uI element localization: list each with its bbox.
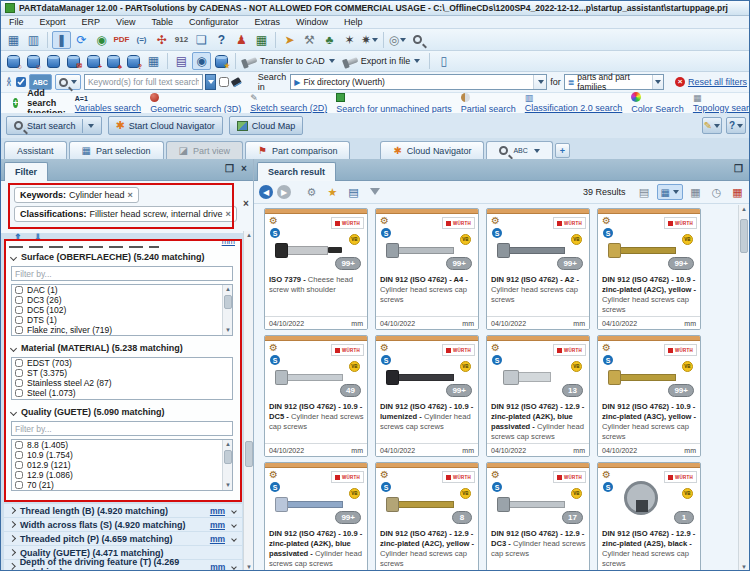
keyword-search-input[interactable] bbox=[84, 74, 203, 90]
list-item[interactable]: 10.9 (1.754) bbox=[12, 450, 232, 460]
tab-part-selection[interactable]: ▦Part selection bbox=[69, 141, 164, 159]
list-item[interactable]: EDST (703) bbox=[12, 358, 232, 368]
menu-erp[interactable]: ERP bbox=[74, 17, 109, 27]
threaded-pitch-filter-row[interactable]: Threaded pitch (P) (4.659 matching)mm bbox=[4, 532, 242, 545]
formula-icon[interactable]: (=) bbox=[132, 31, 151, 49]
target-globe-icon[interactable]: ◉ bbox=[192, 52, 211, 70]
quality-filter-input[interactable] bbox=[11, 421, 233, 436]
classifications-filter-chip[interactable]: Classifications:Fillister head screw, in… bbox=[14, 206, 237, 222]
variables-search-link[interactable]: A=1 Variables search bbox=[75, 93, 141, 113]
list-item[interactable]: DC3 (26) bbox=[12, 295, 232, 305]
color-search-link[interactable]: Color Search bbox=[631, 92, 684, 114]
unit-link[interactable]: mm bbox=[210, 534, 225, 544]
result-card[interactable]: ⚙ S WÜRTH VB 49 DIN 912 (ISO 4762) - 10.… bbox=[264, 335, 368, 457]
filter-tab[interactable]: Filter bbox=[4, 162, 48, 181]
result-settings-gear-icon[interactable]: ⚙ bbox=[303, 186, 320, 199]
unit-link[interactable]: mm bbox=[210, 520, 225, 530]
remove-keywords-icon[interactable]: × bbox=[128, 190, 133, 200]
unit-link[interactable]: mm bbox=[210, 562, 225, 571]
menu-window[interactable]: Window bbox=[288, 17, 336, 27]
start-cloud-navigator-button[interactable]: ✱Start Cloud Navigator bbox=[108, 116, 223, 135]
tab-part-comparison[interactable]: ⚑Part comparison bbox=[245, 141, 351, 159]
save-search-icon[interactable]: ▤ bbox=[345, 186, 362, 199]
result-card[interactable]: ⚙ S WÜRTH VB 99+ DIN 912 (ISO 4762) - 10… bbox=[597, 208, 701, 330]
erp-window-icon[interactable]: ▦ bbox=[4, 31, 23, 49]
search-result-tab[interactable]: Search result bbox=[257, 162, 336, 181]
partial-search-link[interactable]: Partial search bbox=[461, 93, 516, 114]
help-icon[interactable]: ? bbox=[212, 31, 231, 49]
db-favorite-icon[interactable]: ★ bbox=[212, 52, 231, 70]
db-add-icon[interactable]: + bbox=[84, 52, 103, 70]
quality-section-header[interactable]: Quality (GUETE) (5.090 matching) bbox=[11, 407, 165, 417]
keyword-dropdown[interactable] bbox=[205, 74, 216, 90]
result-card[interactable]: ⚙ S WÜRTH VB 99+ DIN 912 (ISO 4762) - 10… bbox=[264, 462, 368, 571]
menu-view[interactable]: View bbox=[108, 17, 143, 27]
history-icon[interactable]: ◷ bbox=[708, 186, 725, 199]
search-in-combobox[interactable]: ▶ Fix directory (Wuerth) bbox=[290, 74, 547, 90]
user-settings-button[interactable]: ✎ bbox=[702, 117, 722, 134]
zoom-tool-icon[interactable] bbox=[408, 31, 427, 49]
db-mail-icon[interactable]: ✉ bbox=[64, 52, 83, 70]
tab-search-abc[interactable]: ABC bbox=[486, 141, 552, 159]
tile-view-button[interactable]: ▦ bbox=[657, 184, 683, 200]
add-favorite-icon[interactable]: ★ bbox=[324, 186, 341, 199]
list-item[interactable]: ST (3.375) bbox=[12, 368, 232, 378]
delete-filter-icon[interactable] bbox=[366, 187, 383, 197]
menu-table[interactable]: Table bbox=[143, 17, 181, 27]
db-icon[interactable] bbox=[44, 52, 63, 70]
reset-all-filters-link[interactable]: × Reset all filters bbox=[675, 77, 747, 87]
unit-link[interactable]: mm bbox=[210, 506, 225, 516]
search-for-combobox[interactable]: ≣ parts and part families bbox=[564, 74, 664, 90]
list-view-icon[interactable]: ▤ bbox=[636, 186, 653, 199]
fulltext-checkbox[interactable] bbox=[16, 77, 26, 87]
driving-feature-depth-filter-row[interactable]: Depth of the driving feature (T) (4.269 … bbox=[4, 560, 242, 571]
assembly-tree-icon[interactable]: ♣ bbox=[320, 31, 339, 49]
list-item[interactable]: DAC (1) bbox=[12, 285, 232, 295]
transfer-to-cad-button[interactable]: Transfer to CAD bbox=[240, 52, 340, 70]
std-parts-icon[interactable]: ▥ bbox=[24, 31, 43, 49]
result-card[interactable]: ⚙ S WÜRTH VB 13 DIN 912 (ISO 4762) - 12.… bbox=[486, 335, 590, 457]
maximize-panel-icon[interactable]: ❐ bbox=[225, 164, 234, 174]
remove-classifications-icon[interactable]: × bbox=[226, 209, 231, 219]
effects-icon[interactable]: ✶ bbox=[340, 31, 359, 49]
effects-more-icon[interactable]: ✷ bbox=[360, 31, 379, 49]
menu-extras[interactable]: Extras bbox=[246, 17, 288, 27]
list-item[interactable]: 70 (21) bbox=[12, 480, 232, 490]
db-query-icon[interactable]: ? bbox=[124, 52, 143, 70]
din-standard-icon[interactable]: 912 bbox=[172, 31, 191, 49]
forward-button[interactable]: ▶ bbox=[277, 185, 291, 199]
close-panel-icon[interactable]: × bbox=[241, 164, 247, 174]
menu-help[interactable]: Help bbox=[336, 17, 371, 27]
maximize-result-panel-icon[interactable]: ❐ bbox=[734, 164, 743, 174]
clear-filters-icon[interactable]: × bbox=[243, 199, 249, 209]
result-card[interactable]: ⚙ S WÜRTH VB 99+ DIN 912 (ISO 4762) - A4… bbox=[375, 208, 479, 330]
menu-export[interactable]: Export bbox=[32, 17, 74, 27]
surface-filter-input[interactable] bbox=[11, 266, 233, 281]
width-across-flats-filter-row[interactable]: Width across flats (S) (4.920 matching)m… bbox=[4, 518, 242, 531]
report-icon[interactable]: ❏ bbox=[192, 31, 211, 49]
3d-preview-icon[interactable]: ➤ bbox=[280, 31, 299, 49]
list-item[interactable]: Flake zinc, silver (719) bbox=[12, 325, 232, 335]
list-item[interactable]: Stainless steel A2 (87) bbox=[12, 378, 232, 388]
help-dropdown-button[interactable]: ? bbox=[726, 117, 746, 134]
surface-list-scrollbar[interactable]: ▲▼ bbox=[222, 285, 232, 335]
menu-configurator[interactable]: Configurator bbox=[181, 17, 247, 27]
tab-part-view[interactable]: ◪Part view bbox=[166, 141, 243, 159]
parts-list-toggle-icon[interactable]: ❚ bbox=[52, 31, 71, 49]
result-card[interactable]: ⚙ S WÜRTH VB 99+ DIN 912 (ISO 4762) - A2… bbox=[486, 208, 590, 330]
keywords-filter-chip[interactable]: Keywords:Cylinder head× bbox=[14, 187, 139, 203]
side-panel-icon[interactable]: ▯ bbox=[434, 52, 453, 70]
compare-table-icon[interactable]: ▦ bbox=[729, 186, 746, 199]
cloud-map-button[interactable]: Cloud Map bbox=[229, 116, 304, 135]
table-view-icon[interactable]: ▦ bbox=[687, 186, 704, 199]
result-card[interactable]: ⚙ S WÜRTH VB 17 DIN 912 (ISO 4762) - 12.… bbox=[486, 462, 590, 571]
web-catalog-icon[interactable]: ◉ bbox=[92, 31, 111, 49]
tab-cloud-navigator[interactable]: ✱Cloud Navigator bbox=[380, 141, 484, 159]
calendar-icon[interactable]: ▦ bbox=[144, 52, 163, 70]
list-item[interactable]: Steel (1.073) bbox=[12, 388, 232, 398]
list-item[interactable]: 12.9 (1.086) bbox=[12, 470, 232, 480]
result-card[interactable]: ⚙ S WÜRTH VB 99+ DIN 912 (ISO 4762) - 10… bbox=[375, 335, 479, 457]
unmachined-parts-search-link[interactable]: Search for unmachined parts bbox=[336, 93, 452, 114]
refresh-icon[interactable]: ⟳ bbox=[72, 31, 91, 49]
sketch-search-link[interactable]: ✎ Sketch search (2D) bbox=[250, 93, 327, 113]
